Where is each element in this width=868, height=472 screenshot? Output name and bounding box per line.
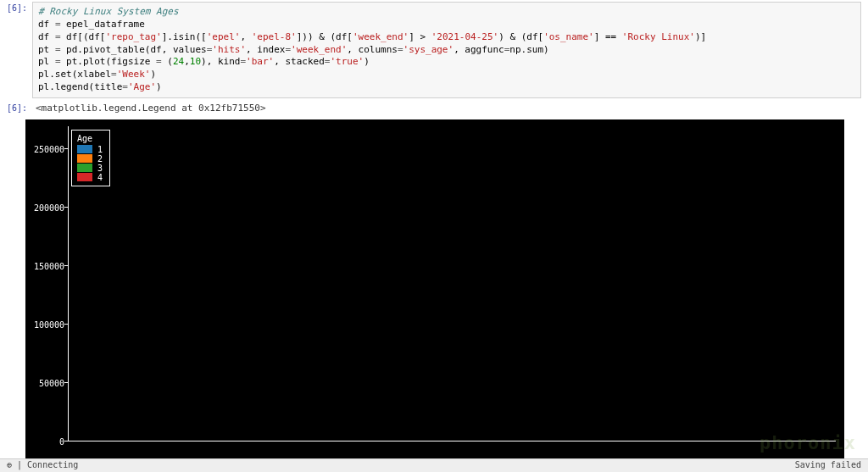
y-tick: 150000 bbox=[34, 262, 64, 271]
bars-container bbox=[68, 126, 836, 441]
legend-item: 3 bbox=[77, 164, 103, 173]
code-editor[interactable]: # Rocky Linux System Ages df = epel_data… bbox=[32, 2, 861, 98]
plot-area: Age 1234 bbox=[68, 126, 836, 441]
y-tick: 50000 bbox=[39, 379, 64, 388]
output-prompt: [6]: bbox=[7, 102, 32, 114]
y-tick: 250000 bbox=[34, 145, 64, 154]
watermark: phoronix bbox=[760, 432, 856, 453]
y-tick: 200000 bbox=[34, 203, 64, 213]
output-text: <matplotlib.legend.Legend at 0x12fb71550… bbox=[32, 102, 861, 114]
legend-item: 2 bbox=[77, 154, 103, 164]
legend-title: Age bbox=[77, 134, 103, 143]
legend-item: 1 bbox=[77, 145, 103, 154]
y-tick: 100000 bbox=[34, 320, 64, 330]
status-left: ⊕ | Connecting bbox=[7, 460, 78, 471]
legend-item: 4 bbox=[77, 173, 103, 182]
y-axis: 050000100000150000200000250000 bbox=[25, 126, 68, 441]
input-prompt: [6]: bbox=[7, 2, 32, 98]
status-right: Saving failed bbox=[795, 460, 861, 471]
chart-legend: Age 1234 bbox=[71, 130, 110, 186]
chart-output: 050000100000150000200000250000 Age 1234 … bbox=[25, 119, 844, 472]
stacked-bar-chart: 050000100000150000200000250000 Age 1234 … bbox=[25, 119, 844, 472]
input-cell: [6]: # Rocky Linux System Ages df = epel… bbox=[0, 0, 868, 100]
output-cell: [6]: <matplotlib.legend.Legend at 0x12fb… bbox=[0, 100, 868, 116]
status-bar: ⊕ | Connecting Saving failed bbox=[0, 458, 868, 472]
y-tick: 0 bbox=[59, 436, 64, 446]
